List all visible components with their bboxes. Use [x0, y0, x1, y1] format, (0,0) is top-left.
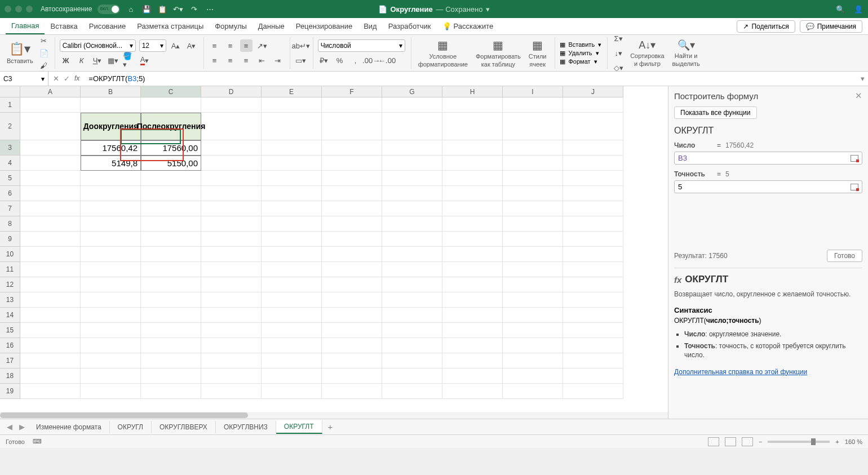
- cell[interactable]: [382, 369, 442, 384]
- col-header[interactable]: E: [262, 86, 322, 97]
- fill-color-button[interactable]: 🪣▾: [123, 54, 135, 66]
- cell[interactable]: [201, 308, 262, 323]
- cell[interactable]: [563, 384, 623, 399]
- cell[interactable]: [382, 292, 442, 308]
- wrap-text-icon[interactable]: ab↵▾: [295, 39, 307, 52]
- cell[interactable]: [322, 247, 382, 262]
- find-select-button[interactable]: 🔍▾Найти ивыделить: [670, 38, 702, 68]
- cell[interactable]: [81, 171, 141, 186]
- cell[interactable]: [503, 201, 563, 216]
- cell[interactable]: [20, 338, 81, 353]
- cell[interactable]: [262, 140, 322, 156]
- cell[interactable]: [81, 308, 141, 323]
- cell[interactable]: [141, 186, 201, 201]
- cell[interactable]: [81, 323, 141, 338]
- row-header[interactable]: 5: [0, 171, 20, 186]
- font-name-combo[interactable]: Calibri (Основной...▾: [60, 39, 136, 52]
- col-header[interactable]: G: [382, 86, 442, 97]
- row-header[interactable]: 13: [0, 292, 20, 308]
- orientation-icon[interactable]: ↗▾: [256, 39, 268, 52]
- col-header[interactable]: I: [503, 86, 563, 97]
- tab-developer[interactable]: Разработчик: [383, 19, 437, 34]
- increase-font-icon[interactable]: A▴: [170, 39, 182, 52]
- comments-button[interactable]: 💬 Примечания: [800, 20, 862, 33]
- cell[interactable]: [322, 384, 382, 399]
- cell[interactable]: [141, 338, 201, 353]
- accessibility-icon[interactable]: ⌨: [33, 438, 42, 445]
- cell[interactable]: [141, 277, 201, 292]
- close-window-icon[interactable]: [5, 6, 11, 12]
- sheet-tab[interactable]: ОКРУГЛВНИЗ: [216, 421, 276, 433]
- align-middle-icon[interactable]: ≡: [224, 39, 237, 52]
- cell[interactable]: [503, 262, 563, 277]
- cell[interactable]: [81, 216, 141, 232]
- cell[interactable]: [141, 292, 201, 308]
- tab-home[interactable]: Главная: [6, 18, 45, 34]
- tab-draw[interactable]: Рисование: [83, 19, 131, 34]
- cell-b4[interactable]: 5149,8: [81, 156, 141, 171]
- tab-insert[interactable]: Вставка: [45, 19, 83, 34]
- search-icon[interactable]: 🔍: [835, 4, 845, 14]
- cell[interactable]: [81, 384, 141, 399]
- cell[interactable]: [563, 247, 623, 262]
- cell[interactable]: [563, 338, 623, 353]
- cell[interactable]: [141, 171, 201, 186]
- cell[interactable]: [322, 186, 382, 201]
- cell[interactable]: [20, 171, 81, 186]
- sheet-tab[interactable]: ОКРУГЛ: [110, 421, 152, 433]
- paste-button[interactable]: 📋▾ Вставить: [5, 41, 36, 65]
- cell[interactable]: [81, 186, 141, 201]
- cell[interactable]: [322, 369, 382, 384]
- name-box[interactable]: C3▾: [0, 72, 48, 86]
- delete-cells-button[interactable]: ▦ Удалить ▾: [560, 50, 602, 57]
- cell-c3[interactable]: 17560,00: [141, 140, 201, 156]
- cell[interactable]: [382, 247, 442, 262]
- cell[interactable]: [262, 353, 322, 369]
- cell[interactable]: [201, 338, 262, 353]
- cell[interactable]: [382, 140, 442, 156]
- align-right-icon[interactable]: ≡: [240, 54, 253, 66]
- underline-button[interactable]: Ч▾: [91, 54, 104, 66]
- cell[interactable]: [563, 353, 623, 369]
- cell[interactable]: [141, 353, 201, 369]
- cell-header-c2[interactable]: Послеокругления: [141, 113, 201, 140]
- cell[interactable]: [442, 308, 503, 323]
- cell[interactable]: [262, 97, 322, 113]
- row-header[interactable]: 10: [0, 247, 20, 262]
- cancel-formula-icon[interactable]: ✕: [53, 74, 59, 83]
- cell[interactable]: [563, 277, 623, 292]
- cell[interactable]: [382, 186, 442, 201]
- cell[interactable]: [503, 186, 563, 201]
- cell[interactable]: [382, 323, 442, 338]
- cell[interactable]: [81, 232, 141, 247]
- cell[interactable]: [503, 140, 563, 156]
- tab-nav-next-icon[interactable]: ▶: [16, 423, 28, 431]
- increase-indent-icon[interactable]: ⇥: [272, 54, 284, 66]
- cell[interactable]: [141, 369, 201, 384]
- col-header[interactable]: C: [141, 86, 201, 97]
- arg2-input[interactable]: 5: [674, 180, 862, 193]
- cell[interactable]: [503, 369, 563, 384]
- cell[interactable]: [20, 186, 81, 201]
- cell[interactable]: [322, 308, 382, 323]
- cell[interactable]: [503, 97, 563, 113]
- range-select-icon[interactable]: [851, 155, 858, 162]
- cell[interactable]: [141, 323, 201, 338]
- cell[interactable]: [262, 292, 322, 308]
- tab-formulas[interactable]: Формулы: [209, 19, 253, 34]
- cell[interactable]: [382, 113, 442, 140]
- cell[interactable]: [322, 201, 382, 216]
- cell[interactable]: [563, 201, 623, 216]
- number-format-combo[interactable]: Числовой▾: [318, 39, 405, 52]
- cell[interactable]: [382, 308, 442, 323]
- minimize-window-icon[interactable]: [15, 6, 22, 12]
- share-button[interactable]: ↗ Поделиться: [737, 20, 795, 33]
- cell[interactable]: [382, 353, 442, 369]
- cell[interactable]: [81, 292, 141, 308]
- cell[interactable]: [503, 308, 563, 323]
- row-header[interactable]: 4: [0, 156, 20, 171]
- cell[interactable]: [322, 140, 382, 156]
- cell[interactable]: [382, 384, 442, 399]
- align-bottom-icon[interactable]: ≡: [240, 39, 253, 52]
- cell[interactable]: [382, 262, 442, 277]
